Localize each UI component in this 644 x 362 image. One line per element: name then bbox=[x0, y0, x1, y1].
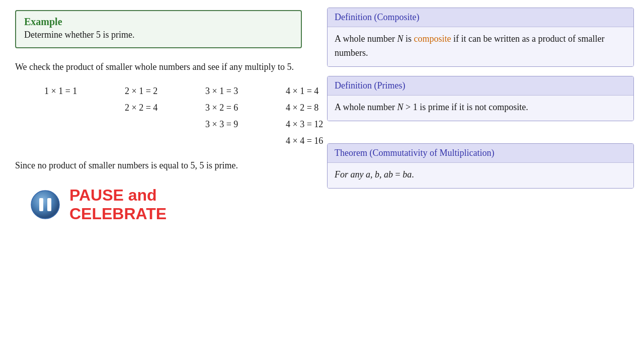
math-cell-4-2 bbox=[121, 134, 201, 148]
definition-primes-header: Definition (Primes) bbox=[328, 76, 633, 96]
definition-primes-box: Definition (Primes) A whole number N > 1… bbox=[327, 76, 634, 121]
theorem-a: a bbox=[366, 169, 370, 179]
pause-celebrate: PAUSE and CELEBRATE bbox=[30, 186, 302, 223]
theorem-body: For any a, b, ab = ba. bbox=[328, 163, 633, 188]
left-panel: Example Determine whether 5 is prime. We… bbox=[0, 0, 317, 362]
theorem-b: b bbox=[375, 169, 379, 179]
italic-n-primes: N bbox=[397, 102, 403, 112]
svg-point-0 bbox=[31, 191, 59, 219]
math-cell-2-3: 3 × 2 = 6 bbox=[201, 101, 282, 115]
definition-composite-body: A whole number N is composite if it can … bbox=[328, 27, 633, 66]
theorem-header: Theorem (Commutativity of Multiplication… bbox=[328, 144, 633, 163]
math-grid: 1 × 1 = 1 2 × 1 = 2 3 × 1 = 3 4 × 1 = 4 … bbox=[40, 84, 302, 148]
math-cell-1-3: 3 × 1 = 3 bbox=[201, 84, 282, 99]
theorem-ab: ab bbox=[384, 169, 393, 179]
definition-composite-box: Definition (Composite) A whole number N … bbox=[327, 8, 634, 67]
theorem-period: . bbox=[412, 169, 414, 179]
body-text-1: We check the product of smaller whole nu… bbox=[15, 60, 302, 74]
math-cell-3-1 bbox=[40, 117, 121, 132]
math-cell-1-1: 1 × 1 = 1 bbox=[40, 84, 121, 99]
composite-word: composite bbox=[414, 34, 451, 44]
math-cell-4-3 bbox=[201, 134, 282, 148]
spacer bbox=[327, 130, 634, 134]
right-panel: Definition (Composite) A whole number N … bbox=[317, 0, 644, 362]
definition-primes-body: A whole number N > 1 is prime if it is n… bbox=[328, 96, 633, 121]
svg-rect-1 bbox=[39, 198, 43, 211]
math-cell-2-2: 2 × 2 = 4 bbox=[121, 101, 201, 115]
pause-icon bbox=[30, 190, 60, 220]
svg-rect-2 bbox=[47, 198, 51, 211]
italic-n-composite: N bbox=[397, 34, 403, 44]
math-cell-3-2 bbox=[121, 117, 201, 132]
pause-line1: PAUSE and bbox=[69, 186, 167, 205]
conclusion-text: Since no product of smaller numbers is e… bbox=[15, 160, 302, 171]
definition-composite-header: Definition (Composite) bbox=[328, 8, 633, 27]
pause-celebrate-text: PAUSE and CELEBRATE bbox=[69, 186, 167, 223]
example-text: Determine whether 5 is prime. bbox=[24, 30, 293, 40]
theorem-ba: ba bbox=[403, 169, 412, 179]
example-label: Example bbox=[24, 16, 293, 28]
theorem-equals: = bbox=[395, 169, 403, 179]
pause-line2: CELEBRATE bbox=[69, 205, 167, 223]
math-cell-3-3: 3 × 3 = 9 bbox=[201, 117, 282, 132]
math-cell-1-2: 2 × 1 = 2 bbox=[121, 84, 201, 99]
math-cell-2-1 bbox=[40, 101, 121, 115]
math-cell-4-1 bbox=[40, 134, 121, 148]
theorem-box: Theorem (Commutativity of Multiplication… bbox=[327, 143, 634, 189]
example-box: Example Determine whether 5 is prime. bbox=[15, 10, 302, 48]
